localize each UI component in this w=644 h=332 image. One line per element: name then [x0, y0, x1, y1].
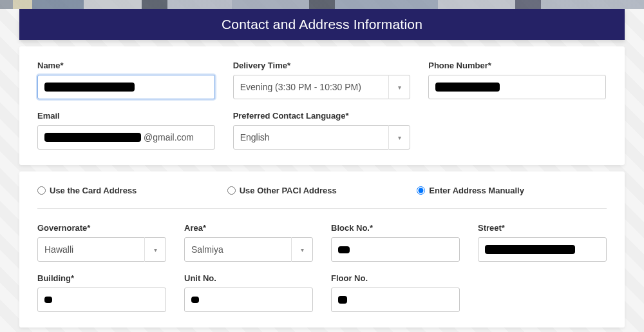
delivery-time-label: Delivery Time* — [233, 61, 411, 70]
section-header: Contact and Address Information — [19, 9, 625, 40]
banner-strip — [0, 0, 644, 9]
building-input[interactable] — [37, 288, 166, 312]
redacted-unit — [191, 297, 199, 303]
email-input[interactable]: @gmail.com — [37, 125, 215, 150]
street-input[interactable] — [478, 237, 607, 262]
governorate-select[interactable]: Hawalli — [37, 237, 166, 262]
language-select[interactable]: English — [233, 125, 411, 150]
email-suffix: @gmail.com — [144, 132, 194, 142]
phone-input[interactable] — [428, 75, 606, 99]
radio-card-address[interactable] — [37, 186, 46, 195]
name-input[interactable] — [37, 75, 215, 99]
redacted-block — [338, 246, 350, 253]
redacted-building — [44, 297, 52, 303]
redacted-phone — [435, 83, 500, 92]
section-title: Contact and Address Information — [19, 9, 625, 40]
radio-card-address-label[interactable]: Use the Card Address — [50, 186, 137, 195]
unit-label: Unit No. — [184, 273, 313, 283]
street-label: Street* — [478, 223, 607, 233]
redacted-name — [44, 83, 135, 92]
delivery-time-select[interactable]: Evening (3:30 PM - 10:30 PM) — [233, 75, 411, 99]
radio-manual-address[interactable] — [417, 186, 425, 195]
area-label: Area* — [184, 223, 313, 233]
floor-input[interactable] — [331, 288, 460, 312]
contact-card: Name* Delivery Time* Evening (3:30 PM - … — [19, 46, 625, 165]
page: Contact and Address Information Name* De… — [0, 0, 644, 332]
floor-label: Floor No. — [331, 273, 460, 283]
redacted-street — [485, 245, 575, 254]
radio-paci-address-label[interactable]: Use Other PACI Address — [240, 186, 337, 195]
radio-manual-address-label[interactable]: Enter Address Manually — [429, 186, 524, 195]
area-select[interactable]: Salmiya — [184, 237, 313, 262]
block-label: Block No.* — [331, 223, 460, 233]
block-input[interactable] — [331, 237, 460, 262]
address-card: Use the Card Address Use Other PACI Addr… — [19, 171, 625, 327]
redacted-floor — [338, 296, 347, 304]
name-label: Name* — [37, 61, 215, 70]
unit-input[interactable] — [184, 288, 313, 312]
address-mode-radio-row: Use the Card Address Use Other PACI Addr… — [37, 186, 607, 209]
radio-paci-address[interactable] — [227, 186, 236, 195]
redacted-email — [44, 133, 141, 142]
phone-label: Phone Number* — [428, 61, 606, 70]
language-label: Preferred Contact Language* — [233, 111, 411, 121]
building-label: Building* — [37, 273, 166, 283]
governorate-label: Governorate* — [37, 223, 166, 233]
email-label: Email — [37, 111, 215, 121]
